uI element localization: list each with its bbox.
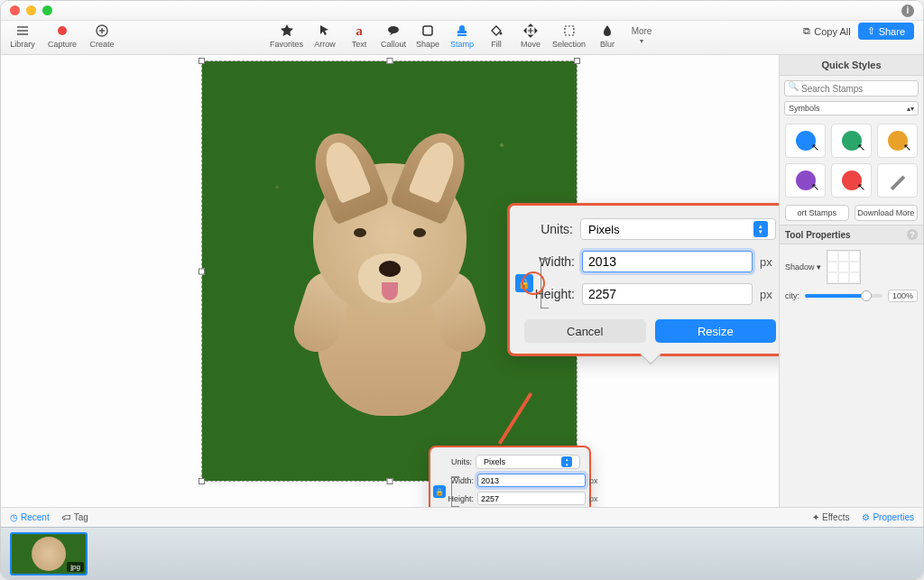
record-icon [54,23,70,39]
resize-handle[interactable] [386,58,393,64]
share-button[interactable]: ⇧ Share [858,23,914,40]
fill-tool[interactable]: Fill [484,23,509,49]
resize-button[interactable]: Resize [655,319,777,343]
create-button[interactable]: Create [89,23,115,49]
minimize-window-button[interactable] [26,5,36,15]
height-input[interactable] [582,283,753,305]
units-dropdown[interactable]: Pixels ▴▾ [476,455,580,469]
blur-tool[interactable]: Blur [595,23,620,49]
opacity-value[interactable]: 100% [888,290,918,302]
tool-properties-header: Tool Properties [785,230,851,240]
cancel-button[interactable]: Cancel [524,319,646,343]
width-input[interactable] [477,474,586,487]
tray-thumbnail[interactable]: jpg [10,532,88,575]
cursor-icon: ↖ [857,181,865,193]
star-icon [278,23,294,39]
info-icon[interactable]: i [901,5,914,17]
stamp-tool[interactable]: Stamp [449,23,475,49]
stamp-preset[interactable]: ↖ [831,124,872,158]
width-label: Width: [526,254,575,269]
effects-label: Effects [822,512,849,522]
maximize-window-button[interactable] [42,5,52,15]
text-a-icon: a [351,23,367,39]
width-input[interactable] [582,251,753,272]
stamp-preset[interactable]: ↖ [877,124,918,158]
titlebar: i [1,1,923,21]
chevron-down-icon: ▾ [640,37,643,45]
more-label: More [632,26,652,36]
annotation-circle [522,272,545,295]
clock-icon: ◷ [10,512,18,522]
selection-label: Selection [552,40,586,49]
help-icon[interactable]: ? [907,229,918,240]
height-input[interactable] [477,492,586,505]
bucket-icon [488,23,504,39]
opacity-label: city: [785,291,799,300]
hamburger-icon [14,23,31,39]
copy-all-button[interactable]: ⧉ Copy All [803,25,850,37]
download-more-button[interactable]: Download More [855,205,919,221]
file-extension-badge: jpg [67,562,84,572]
more-tools[interactable]: More ▾ [629,23,654,49]
units-label: Units: [439,457,472,466]
selection-icon [561,23,578,39]
shape-tool[interactable]: Shape [415,23,440,49]
cursor-icon: ↖ [811,142,819,153]
resize-handle[interactable] [199,58,205,64]
callout-tool[interactable]: Callout [381,23,406,49]
resize-handle[interactable] [386,478,393,484]
move-tool[interactable]: Move [518,23,543,49]
px-label: px [589,494,600,503]
toolbar: Library Capture Create Favorites Arrow a [1,21,923,55]
text-tool[interactable]: a Text [346,23,372,49]
svg-rect-3 [423,26,432,35]
move-label: Move [521,40,541,49]
capture-button[interactable]: Capture [48,23,77,49]
resize-handle[interactable] [574,58,580,64]
opacity-slider[interactable] [805,294,882,298]
tag-button[interactable]: 🏷 Tag [62,512,88,522]
cursor-arrow-icon [317,23,333,39]
search-stamps-input[interactable] [784,80,919,97]
properties-button[interactable]: ⚙ Properties [862,512,914,522]
arrow-tool[interactable]: Arrow [312,23,337,49]
library-button[interactable]: Library [10,23,35,49]
quick-styles-header: Quick Styles [780,55,923,76]
effects-button[interactable]: ✦ Effects [812,512,849,522]
import-stamps-button[interactable]: ort Stamps [785,205,849,221]
stamp-label: Stamp [450,40,474,49]
copy-all-label: Copy All [814,26,850,37]
plus-circle-icon [94,23,110,39]
updown-icon: ▴▾ [907,105,914,113]
selection-tool[interactable]: Selection [552,23,586,49]
lock-aspect-button[interactable]: 🔒 [433,485,446,498]
canvas[interactable]: Units: Pixels ▴▾ 🔒 Width: [1,55,779,507]
favorites-tool[interactable]: Favorites [270,23,303,49]
units-dropdown[interactable]: Pixels ▴▾ [580,218,776,240]
wand-icon: ✦ [812,512,819,522]
svg-rect-6 [565,26,574,35]
status-bar: ◷ Recent 🏷 Tag ✦ Effects ⚙ Properties [1,507,923,527]
fill-label: Fill [491,40,502,49]
cursor-icon: ↖ [903,142,911,153]
dropdown-chevron-icon: ▴▾ [561,456,572,467]
stamp-category-dropdown[interactable]: Symbols ▴▾ [784,101,919,115]
app-window: i Library Capture Create Favorites [0,0,924,580]
units-value: Pixels [484,457,505,466]
close-window-button[interactable] [10,5,20,15]
shape-label: Shape [416,40,439,49]
shadow-direction-picker[interactable] [827,250,861,284]
recent-button[interactable]: ◷ Recent [10,512,50,522]
stamp-preset[interactable]: ↖ [785,124,826,158]
stamp-preset[interactable]: ↖ [785,163,826,198]
resize-handle[interactable] [199,268,205,274]
right-sidebar: Quick Styles Symbols ▴▾ ↖ ↖ ↖ ↖ ↖ ort St… [779,55,923,507]
svg-point-0 [58,26,67,35]
resize-popover-original: Units: Pixels ▴▾ 🔒 Width: [429,446,591,507]
stamp-preset[interactable]: ↖ [831,163,872,198]
stamp-preset[interactable] [877,163,918,198]
resize-popover-zoomed: Units: Pixels ▴▾ 🔒 Width: [507,203,779,356]
px-label: px [589,476,600,485]
resize-handle[interactable] [199,478,205,484]
properties-label: Properties [873,512,914,522]
